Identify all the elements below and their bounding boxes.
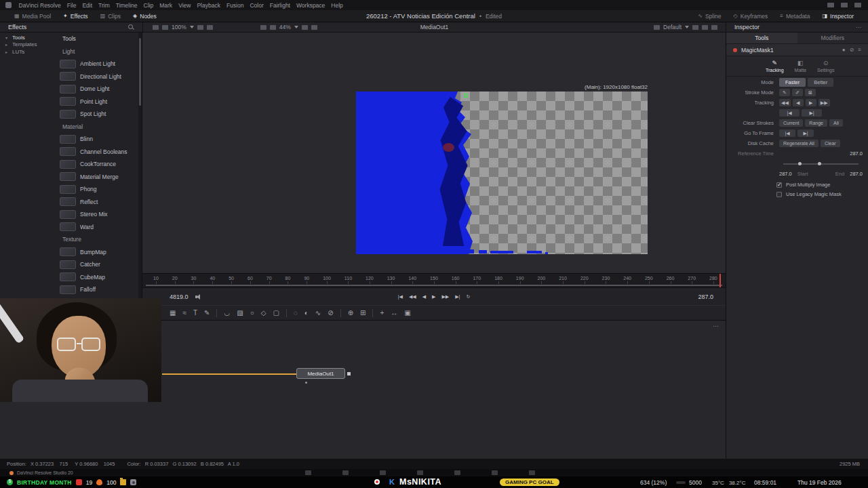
stroke-point-marker[interactable] bbox=[464, 94, 468, 98]
go-next-frame-button[interactable]: ▶| bbox=[797, 129, 814, 137]
menu-item[interactable]: Mark bbox=[157, 2, 176, 9]
dock-icon[interactable] bbox=[417, 470, 423, 475]
color-corrector-tool[interactable]: ◐ bbox=[304, 310, 309, 317]
panel-toggle[interactable]: ≡ Metadata bbox=[774, 10, 816, 22]
merge-tool[interactable]: ⊕ bbox=[348, 310, 353, 317]
clear-strokes-button[interactable]: Current bbox=[779, 119, 803, 127]
viewer-option-icon[interactable] bbox=[153, 25, 159, 30]
menu-item[interactable]: Clip bbox=[140, 2, 157, 9]
effects-list-item[interactable]: Material Merge bbox=[54, 171, 139, 184]
delta-keyer-tool[interactable]: ⊘ bbox=[328, 310, 333, 317]
effects-list-item[interactable]: CubeMap bbox=[54, 271, 139, 284]
erase-stroke-button[interactable]: ⊠ bbox=[805, 89, 816, 96]
menu-item[interactable]: Playback bbox=[194, 2, 224, 9]
disk-cache-button[interactable]: Regenerate All bbox=[779, 140, 818, 147]
reference-time-value[interactable]: 287.0 bbox=[850, 150, 863, 157]
node-editor-options-icon[interactable]: ⋯ bbox=[713, 323, 719, 329]
tree-caret-icon[interactable]: ▸ bbox=[5, 42, 9, 47]
effects-category[interactable]: ▸ LUTs bbox=[0, 48, 53, 56]
effects-list-item[interactable]: Material bbox=[54, 121, 139, 134]
menu-item[interactable]: DaVinci Resolve bbox=[16, 2, 64, 9]
viewer-option-icon[interactable] bbox=[311, 25, 317, 30]
loop-button[interactable]: ↻ bbox=[466, 294, 470, 300]
fastnoise-tool[interactable]: ≈ bbox=[182, 310, 186, 317]
effects-list-item[interactable]: Ward bbox=[54, 221, 139, 234]
smart-stroke-button[interactable]: ✐ bbox=[792, 89, 803, 96]
window-options-icon[interactable] bbox=[854, 3, 861, 7]
inspector-subtab[interactable]: ✎ Tracking bbox=[766, 60, 784, 73]
go-to-end-button[interactable]: ▶| bbox=[455, 294, 460, 300]
layout-icon[interactable] bbox=[827, 3, 834, 7]
menu-item[interactable]: Help bbox=[328, 2, 346, 9]
panel-toggle[interactable]: ▦ Media Pool bbox=[8, 10, 57, 22]
panel-toggle[interactable]: ∿ Spline bbox=[692, 10, 727, 22]
mode-option-button[interactable]: Better bbox=[808, 78, 833, 87]
scrollbar-thumb[interactable] bbox=[139, 38, 141, 106]
effects-list-item[interactable]: Channel Booleans bbox=[54, 146, 139, 159]
step-back-button[interactable]: ◀◀ bbox=[409, 294, 416, 300]
inspector-subtab[interactable]: ◧ Matte bbox=[795, 60, 807, 73]
app-icon[interactable] bbox=[5, 2, 12, 8]
track-to-end-button[interactable]: ▶| bbox=[802, 109, 822, 117]
range-slider[interactable] bbox=[783, 163, 859, 165]
track-backward-button[interactable]: ◀◀ bbox=[779, 99, 791, 106]
crop-tool[interactable]: ▣ bbox=[404, 310, 410, 317]
ellipse-mask-tool[interactable]: ○ bbox=[250, 310, 254, 317]
step-forward-button[interactable]: ▶▶ bbox=[441, 294, 449, 300]
inspector-tab[interactable]: Modifiers bbox=[797, 33, 868, 43]
dock-icon[interactable] bbox=[305, 470, 311, 475]
menu-item[interactable]: Edit bbox=[79, 2, 96, 9]
rectangle-mask-tool[interactable]: ▢ bbox=[273, 310, 279, 317]
panel-toggle[interactable]: ◈ Nodes bbox=[127, 10, 163, 22]
node-output-port[interactable] bbox=[347, 372, 351, 375]
tree-caret-icon[interactable]: ▸ bbox=[5, 49, 9, 54]
effects-category[interactable]: ▸ Templates bbox=[0, 41, 53, 49]
range-start-value[interactable]: 287.0 bbox=[779, 171, 792, 177]
range-slider-handle[interactable] bbox=[818, 162, 821, 165]
play-button[interactable]: ▶ bbox=[432, 294, 435, 300]
viewer-option-icon[interactable] bbox=[302, 25, 308, 30]
zoom-level-a[interactable]: 100% bbox=[172, 24, 186, 30]
effects-list-item[interactable]: Falloff bbox=[54, 283, 139, 296]
toolbar-divider[interactable] bbox=[372, 309, 373, 317]
panel-toggle[interactable]: ◇ Keyframes bbox=[728, 10, 774, 22]
menu-item[interactable]: Color bbox=[247, 2, 267, 9]
effects-list-item[interactable]: Texture bbox=[54, 233, 139, 246]
menu-item[interactable]: View bbox=[176, 2, 194, 9]
effects-list-item[interactable]: BumpMap bbox=[54, 246, 139, 259]
tree-caret-icon[interactable]: ▾ bbox=[5, 35, 9, 40]
effects-list-item[interactable]: Point Light bbox=[54, 96, 139, 108]
polygon-mask-tool[interactable]: ◇ bbox=[261, 310, 267, 317]
viewer-source-name[interactable]: MediaOut1 bbox=[420, 24, 449, 30]
dock-icon[interactable] bbox=[492, 470, 498, 475]
viewer-frame[interactable]: (Main): 1920x1080 float32 bbox=[356, 92, 648, 254]
panel-toggle[interactable]: ✦ Effects bbox=[57, 10, 94, 22]
lut-selector[interactable]: Default bbox=[663, 24, 682, 30]
menu-item[interactable]: Fusion bbox=[223, 2, 247, 9]
background-tool[interactable]: ▦ bbox=[170, 310, 176, 317]
inspector-subtab[interactable]: ⊙ Settings bbox=[817, 60, 834, 73]
bitmap-mask-tool[interactable]: ▨ bbox=[237, 310, 243, 317]
range-slider-handle[interactable] bbox=[798, 162, 802, 165]
viewer-panel[interactable]: (Main): 1920x1080 float32 bbox=[142, 33, 726, 273]
track-forward-button[interactable]: ▶▶ bbox=[818, 99, 830, 106]
cloud-icon[interactable] bbox=[841, 3, 848, 7]
viewer-option-icon[interactable] bbox=[207, 25, 213, 30]
transform-tool[interactable]: ⊞ bbox=[360, 310, 366, 317]
dropdown-caret-icon[interactable] bbox=[190, 26, 194, 28]
go-to-start-button[interactable]: |◀ bbox=[398, 294, 403, 300]
inspector-tab[interactable]: Tools bbox=[726, 33, 797, 43]
panel-toggle[interactable]: ◨ Inspector bbox=[816, 10, 860, 22]
track-to-start-button[interactable]: |◀ bbox=[779, 109, 800, 117]
toolbar-divider[interactable] bbox=[286, 309, 287, 317]
paint-tool[interactable]: ✎ bbox=[204, 310, 210, 317]
effects-list-item[interactable]: Phong bbox=[54, 183, 139, 196]
viewer-option-icon[interactable] bbox=[270, 25, 276, 30]
node-connection-wire[interactable] bbox=[162, 373, 296, 375]
effects-list-item[interactable]: Tools bbox=[54, 33, 139, 45]
bspline-mask-tool[interactable]: ◡ bbox=[224, 310, 230, 317]
clear-strokes-button[interactable]: Range bbox=[805, 119, 827, 127]
menu-item[interactable]: Workspace bbox=[293, 2, 328, 9]
legacy-mask-checkbox[interactable] bbox=[776, 192, 782, 197]
effects-list-item[interactable]: CookTorrance bbox=[54, 158, 139, 171]
